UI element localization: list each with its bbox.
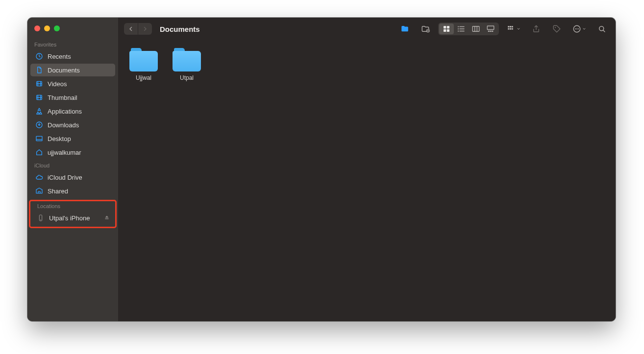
download-icon [35, 121, 43, 129]
sidebar-item-label: Documents [48, 67, 80, 74]
sidebar-item-thumbnail[interactable]: Thumbnail [30, 91, 115, 104]
sidebar: Favorites Recents Documents Videos Thumb… [27, 18, 118, 321]
tag-button[interactable] [549, 23, 565, 35]
sidebar-item-label: ujjwalkumar [48, 149, 81, 156]
content-area[interactable]: Ujjwal Utpal [118, 40, 616, 321]
nav-buttons [124, 23, 152, 35]
fullscreen-window-button[interactable] [54, 25, 60, 31]
apps-icon [35, 107, 43, 115]
sidebar-item-iphone[interactable]: Utpal's iPhone [32, 212, 114, 224]
sidebar-item-shared[interactable]: Shared [30, 185, 115, 197]
sidebar-item-documents[interactable]: Documents [30, 64, 115, 76]
folder-item[interactable]: Utpal [171, 48, 202, 81]
sidebar-item-label: Thumbnail [48, 94, 77, 101]
view-gallery-button[interactable] [483, 24, 498, 34]
sidebar-item-recents[interactable]: Recents [30, 50, 115, 63]
sidebar-item-label: Shared [48, 188, 68, 195]
folder-label: Utpal [180, 74, 194, 81]
film-icon [35, 80, 43, 88]
home-icon [35, 148, 43, 156]
film-icon [35, 94, 43, 101]
action-menu-button[interactable] [570, 23, 589, 35]
sidebar-item-applications[interactable]: Applications [30, 105, 115, 118]
eject-icon[interactable] [104, 214, 110, 222]
window-controls [27, 23, 118, 38]
finder-window: Favorites Recents Documents Videos Thumb… [27, 18, 616, 321]
sidebar-item-icloud-drive[interactable]: iCloud Drive [30, 171, 115, 184]
folder-item[interactable]: Ujjwal [128, 48, 159, 81]
sidebar-item-label: Recents [48, 53, 71, 60]
sidebar-section-icloud: iCloud [27, 159, 118, 170]
folder-label: Ujjwal [136, 74, 151, 81]
annotation-highlight: Locations Utpal's iPhone [29, 200, 117, 228]
view-mode-group [438, 23, 499, 35]
window-title: Documents [160, 25, 200, 33]
sidebar-item-home[interactable]: ujjwalkumar [30, 146, 115, 159]
folder-icon [173, 48, 201, 71]
main-area: Documents Ujjwal [118, 18, 616, 321]
search-button[interactable] [594, 23, 610, 35]
minimize-window-button[interactable] [44, 25, 50, 31]
new-folder-button[interactable] [418, 23, 433, 35]
clock-icon [35, 52, 43, 60]
sidebar-item-label: Desktop [48, 135, 71, 142]
group-by-button[interactable] [504, 23, 523, 35]
sidebar-item-label: Downloads [48, 121, 79, 129]
iphone-icon [37, 214, 45, 222]
sidebar-item-label: Videos [48, 80, 67, 88]
shared-icon [35, 187, 43, 195]
sidebar-item-desktop[interactable]: Desktop [30, 132, 115, 145]
sidebar-section-locations: Locations [30, 201, 115, 211]
close-window-button[interactable] [34, 25, 40, 31]
doc-icon [35, 66, 43, 74]
toolbar: Documents [118, 18, 616, 40]
folder-icon [397, 23, 413, 35]
sidebar-item-label: iCloud Drive [48, 174, 82, 181]
back-button[interactable] [124, 23, 138, 35]
folder-icon [129, 48, 158, 71]
view-list-button[interactable] [454, 24, 469, 34]
forward-button[interactable] [138, 23, 152, 35]
sidebar-item-label: Applications [48, 108, 82, 115]
view-columns-button[interactable] [469, 24, 483, 34]
sidebar-item-downloads[interactable]: Downloads [30, 118, 115, 131]
share-button[interactable] [528, 23, 544, 35]
cloud-icon [35, 173, 43, 181]
sidebar-section-favorites: Favorites [27, 38, 118, 49]
view-icon-button[interactable] [439, 24, 454, 34]
sidebar-item-label: Utpal's iPhone [49, 214, 90, 222]
desktop-icon [35, 135, 43, 142]
sidebar-item-videos[interactable]: Videos [30, 77, 115, 90]
